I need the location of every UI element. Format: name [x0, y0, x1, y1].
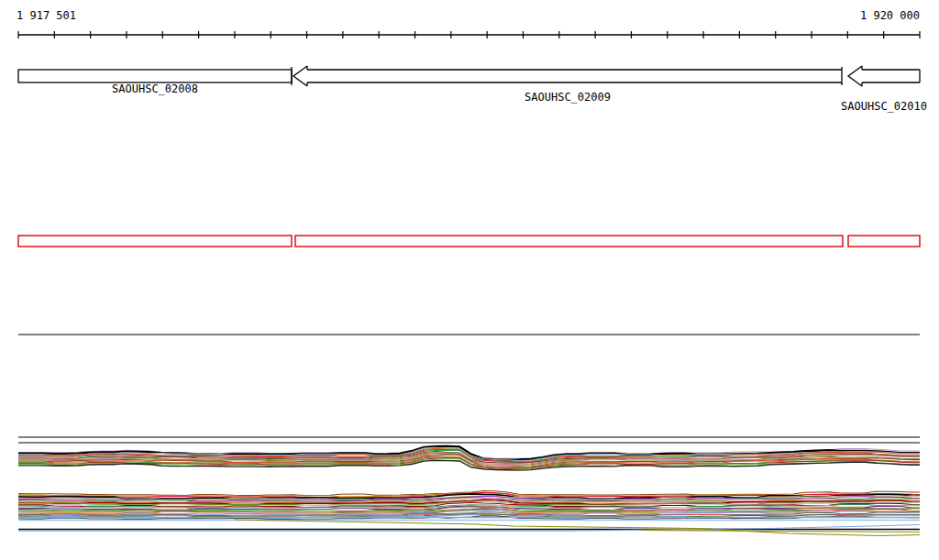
selection-box[interactable]	[295, 236, 843, 247]
gene-feature-SAOUHSC_02010[interactable]	[848, 66, 920, 86]
gene-arrowhead[interactable]	[848, 66, 862, 86]
gene-label-SAOUHSC_02008[interactable]: SAOUHSC_02008	[112, 83, 198, 94]
ruler-end-label: 1 920 000	[860, 10, 920, 21]
gene-label-SAOUHSC_02010[interactable]: SAOUHSC_02010	[841, 101, 927, 112]
gene-arrowhead[interactable]	[293, 66, 307, 86]
selection-boxes	[18, 236, 920, 247]
gene-feature-SAOUHSC_02009[interactable]	[293, 66, 842, 86]
lightblue-line-3	[18, 525, 920, 532]
gene-box[interactable]	[18, 70, 292, 82]
genome-browser: 1 917 501 1 920 000 SAOUHSC_02008 SAOUHS…	[0, 0, 939, 560]
coverage-band-lower	[18, 491, 920, 520]
ruler[interactable]	[18, 31, 920, 38]
khaki-bottom-right-line	[642, 531, 920, 533]
gene-label-SAOUHSC_02009[interactable]: SAOUHSC_02009	[525, 92, 611, 103]
coverage-band-upper	[18, 445, 920, 470]
selection-box[interactable]	[18, 236, 292, 247]
selection-box[interactable]	[848, 236, 920, 247]
ruler-start-label: 1 917 501	[17, 10, 76, 21]
